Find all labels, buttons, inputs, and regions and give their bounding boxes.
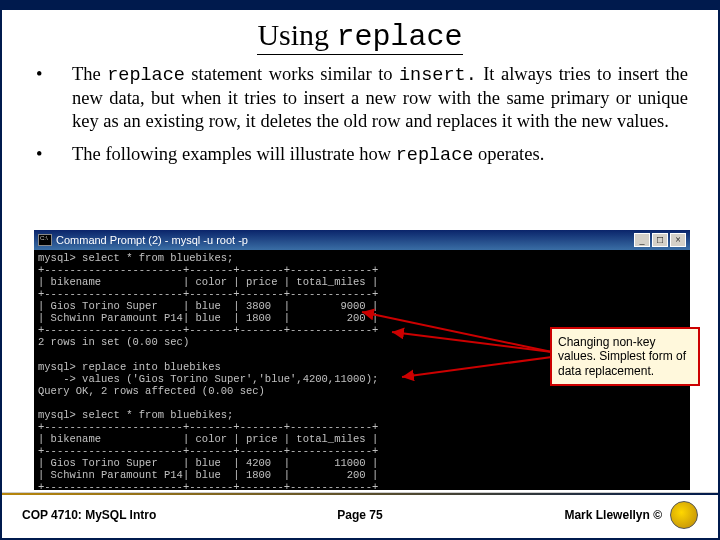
close-button[interactable]: × (670, 233, 686, 247)
bullet-2-text: The following examples will illustrate h… (72, 143, 688, 167)
cmd-icon (38, 234, 52, 246)
bullet-1: • The replace statement works similar to… (32, 63, 688, 133)
terminal-titlebar: Command Prompt (2) - mysql -u root -p _ … (34, 230, 690, 250)
text-frag: statement works similar to (185, 64, 399, 84)
footer-author: Mark Llewellyn © (564, 508, 662, 522)
slide-title: Using replace (2, 10, 718, 59)
ucf-logo-icon (670, 501, 698, 529)
maximize-button[interactable]: □ (652, 233, 668, 247)
text-frag: The (72, 64, 107, 84)
callout-box: Changing non-key values. Simplest form o… (550, 327, 700, 386)
title-mono: replace (337, 20, 463, 54)
bullet-1-text: The replace statement works similar to i… (72, 63, 688, 133)
text-mono: replace (396, 145, 474, 166)
bullet-mark: • (32, 143, 72, 167)
text-mono: replace (107, 65, 185, 86)
terminal-title: Command Prompt (2) - mysql -u root -p (56, 234, 248, 246)
title-text: Using (257, 18, 336, 51)
top-accent-bar (2, 2, 718, 10)
bullet-mark: • (32, 63, 72, 133)
bullet-2: • The following examples will illustrate… (32, 143, 688, 167)
text-mono: insert. (399, 65, 477, 86)
footer-left: COP 4710: MySQL Intro (22, 508, 247, 522)
footer: COP 4710: MySQL Intro Page 75 Mark Llewe… (2, 492, 718, 538)
footer-page: Page 75 (247, 508, 472, 522)
text-frag: The following examples will illustrate h… (72, 144, 396, 164)
text-frag: operates. (473, 144, 544, 164)
slide: Using replace • The replace statement wo… (0, 0, 720, 540)
content-area: • The replace statement works similar to… (2, 59, 718, 168)
window-controls: _ □ × (634, 233, 686, 247)
minimize-button[interactable]: _ (634, 233, 650, 247)
